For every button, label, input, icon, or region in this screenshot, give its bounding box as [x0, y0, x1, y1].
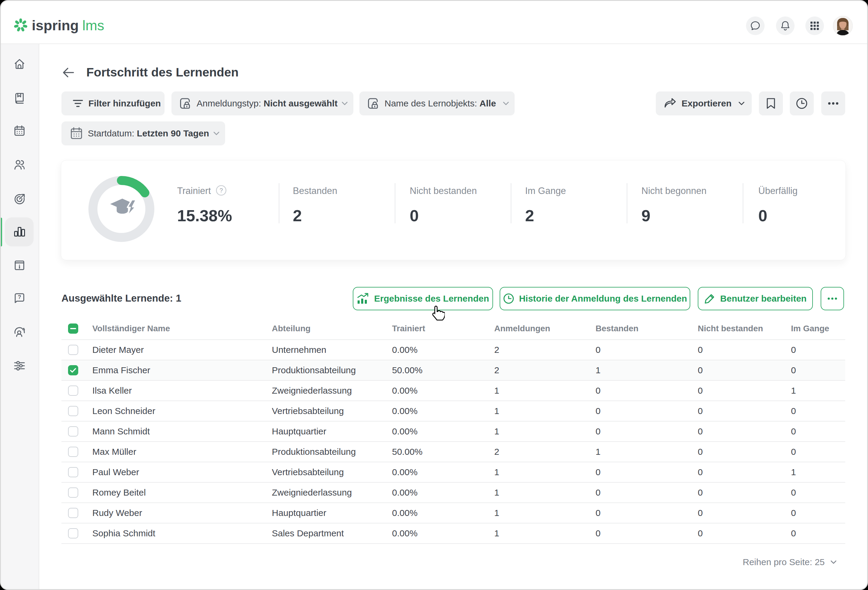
svg-text:?: ? [18, 294, 21, 300]
svg-text:?: ? [219, 187, 223, 194]
